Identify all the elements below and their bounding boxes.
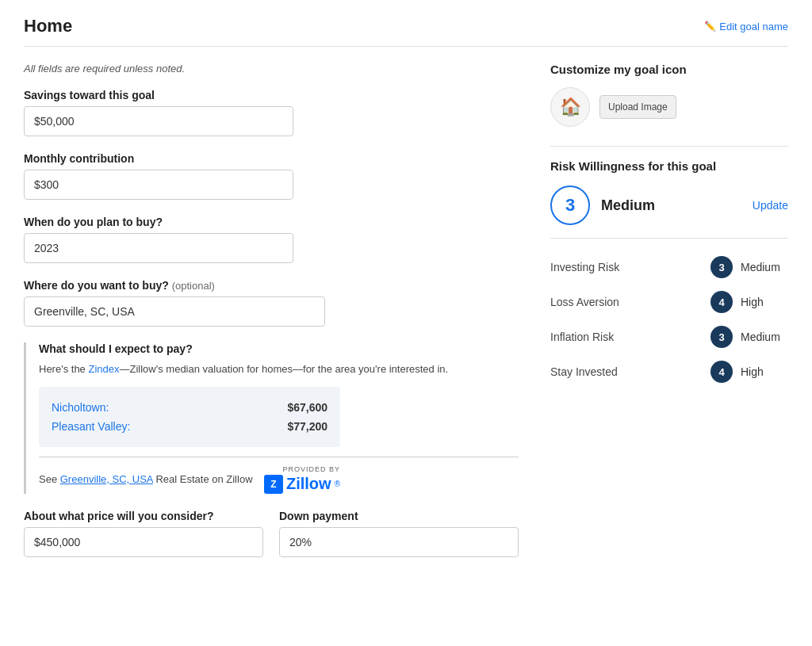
savings-input[interactable] (24, 106, 293, 136)
zillow-data-table: Nicholtown: $67,600 Pleasant Valley: $77… (39, 387, 340, 447)
monthly-input[interactable] (24, 170, 293, 200)
page-header: Home ✏️ Edit goal name (24, 16, 788, 47)
nicholtown-value: $67,600 (287, 401, 327, 414)
zillow-logo-text: Zillow (286, 475, 331, 493)
risk-score-circle: 3 (550, 185, 590, 225)
stay-invested-value: High (741, 365, 788, 378)
zillow-footer: See Greenville, SC, USA Real Estate on Z… (39, 465, 340, 494)
monthly-group: Monthly contribution (24, 152, 519, 200)
goal-icon-row: 🏠 Upload Image (550, 87, 788, 127)
risk-detail-investing: Investing Risk 3 Medium (550, 250, 788, 285)
zillow-box: What should I expect to pay? Here's the … (24, 342, 519, 494)
plan-to-buy-group: When do you plan to buy? (24, 216, 519, 263)
risk-section: Risk Willingness for this goal 3 Medium … (550, 146, 788, 389)
price-label: About what price will you consider? (24, 510, 263, 522)
pleasant-valley-label[interactable]: Pleasant Valley: (52, 420, 130, 433)
zindex-link[interactable]: Zindex (88, 363, 119, 375)
right-column: Customize my goal icon 🏠 Upload Image Ri… (550, 63, 788, 573)
plan-to-buy-label: When do you plan to buy? (24, 216, 519, 228)
monthly-label: Monthly contribution (24, 152, 519, 165)
zillow-logo-icon: Z (264, 475, 283, 494)
savings-group: Savings toward this goal (24, 89, 519, 136)
zillow-logo-container: PROVIDED BY Z Zillow® (264, 465, 340, 494)
risk-section-title: Risk Willingness for this goal (550, 159, 716, 173)
risk-detail-inflation: Inflation Risk 3 Medium (550, 319, 788, 354)
page-title: Home (24, 16, 72, 36)
investing-risk-label: Investing Risk (550, 261, 710, 273)
inflation-risk-label: Inflation Risk (550, 331, 710, 343)
loss-aversion-badge: 4 (710, 291, 733, 313)
risk-score-row: 3 Medium Update (550, 185, 788, 225)
left-column: All fields are required unless noted. Sa… (24, 63, 519, 573)
investing-risk-value: Medium (741, 261, 788, 273)
risk-divider (550, 238, 788, 239)
goal-icon-section-title: Customize my goal icon (550, 63, 788, 76)
loss-aversion-value: High (741, 296, 788, 308)
zillow-box-title: What should I expect to pay? (39, 342, 519, 355)
inflation-risk-badge: 3 (710, 326, 733, 348)
edit-goal-link[interactable]: ✏️ Edit goal name (704, 21, 788, 32)
price-down-payment-row: About what price will you consider? Down… (24, 510, 519, 573)
plan-to-buy-input[interactable] (24, 233, 293, 263)
stay-invested-badge: 4 (710, 361, 733, 383)
goal-icon-circle: 🏠 (550, 87, 590, 127)
main-layout: All fields are required unless noted. Sa… (24, 63, 788, 573)
price-group: About what price will you consider? (24, 510, 263, 557)
zillow-row-pleasant-valley: Pleasant Valley: $77,200 (52, 417, 327, 436)
required-note: All fields are required unless noted. (24, 63, 519, 75)
goal-icon-emoji: 🏠 (560, 97, 581, 117)
down-payment-input[interactable] (279, 527, 519, 557)
zillow-footer-text: See Greenville, SC, USA Real Estate on Z… (39, 473, 253, 485)
update-risk-link[interactable]: Update (753, 199, 788, 212)
nicholtown-label[interactable]: Nicholtown: (52, 401, 109, 414)
pleasant-valley-value: $77,200 (287, 420, 327, 433)
investing-risk-badge: 3 (710, 256, 733, 278)
stay-invested-label: Stay Invested (550, 365, 710, 378)
savings-label: Savings toward this goal (24, 89, 519, 101)
zillow-box-desc: Here's the Zindex—Zillow's median valuat… (39, 361, 519, 377)
risk-detail-stay-invested: Stay Invested 4 High (550, 354, 788, 389)
where-to-buy-label: Where do you want to buy? (optional) (24, 279, 519, 292)
zillow-row-nicholtown: Nicholtown: $67,600 (52, 398, 327, 417)
where-to-buy-input[interactable] (24, 296, 325, 327)
risk-header: Risk Willingness for this goal (550, 159, 788, 173)
pencil-icon: ✏️ (704, 21, 716, 32)
inflation-risk-value: Medium (741, 331, 788, 343)
down-payment-group: Down payment (279, 510, 519, 557)
zillow-logo: Z Zillow® (264, 475, 340, 494)
down-payment-label: Down payment (279, 510, 519, 522)
where-to-buy-group: Where do you want to buy? (optional) (24, 279, 519, 327)
price-input[interactable] (24, 527, 263, 557)
zillow-location-link[interactable]: Greenville, SC, USA (60, 473, 153, 485)
risk-detail-loss-aversion: Loss Aversion 4 High (550, 285, 788, 319)
loss-aversion-label: Loss Aversion (550, 296, 710, 308)
upload-image-button[interactable]: Upload Image (599, 95, 676, 120)
zillow-logo-tm: ® (335, 480, 340, 488)
provided-by-text: PROVIDED BY (282, 465, 340, 473)
risk-label-text: Medium (601, 197, 655, 214)
zillow-divider (39, 457, 519, 457)
